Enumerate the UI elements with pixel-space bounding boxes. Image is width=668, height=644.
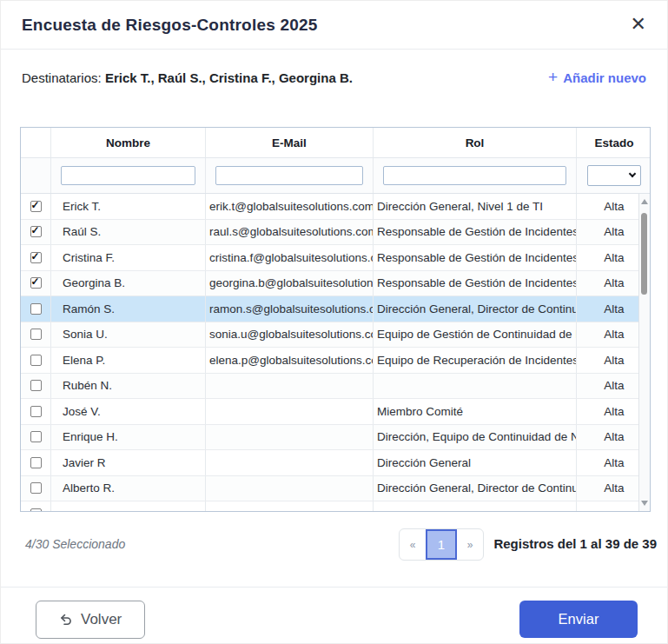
header-divider [1, 49, 667, 50]
filter-estado-cell [577, 158, 651, 193]
row-checkbox[interactable] [30, 226, 42, 237]
row-checkbox[interactable] [30, 406, 42, 417]
header-email: E-Mail [206, 128, 374, 157]
table-scrollbar[interactable] [638, 194, 650, 511]
row-checkbox-cell [21, 220, 51, 245]
scroll-up-icon[interactable] [641, 199, 648, 204]
row-checkbox[interactable] [30, 329, 42, 340]
cell-email [206, 450, 374, 475]
footer-divider [1, 587, 667, 588]
add-new-button[interactable]: + Añadir nuevo [548, 70, 646, 85]
cell-email [206, 425, 374, 450]
cell-rol: Dirección General [374, 450, 577, 475]
row-checkbox[interactable] [30, 482, 42, 494]
row-checkbox-cell [21, 296, 51, 322]
cell-email [206, 476, 374, 501]
recipients-label: Destinatarios: [22, 70, 102, 85]
cell-rol: Responsable de Gestión de Incidentes [374, 245, 577, 270]
cell-email: raul.s@globalsuitesolutions.com [206, 220, 374, 245]
cell-nombre: Georgina B. [51, 271, 206, 296]
back-button[interactable]: Volver [36, 601, 145, 639]
close-icon[interactable]: ✕ [627, 11, 650, 37]
scrollbar-thumb[interactable] [641, 213, 647, 295]
row-checkbox-cell [21, 245, 51, 270]
table-row[interactable]: Cristina F.cristina.f@globalsuitesolutio… [21, 245, 650, 271]
cell-rol: Equipo de Recuperación de Incidentes [374, 348, 577, 373]
pagination-prev-button[interactable]: « [400, 529, 426, 560]
cell-nombre: Raúl S. [51, 220, 206, 245]
table-row[interactable]: Elena P.elena.p@globalsuitesolutions.com… [21, 348, 650, 374]
row-checkbox[interactable] [30, 457, 42, 468]
filter-nombre-cell [51, 158, 206, 193]
header-checkbox-cell [21, 128, 51, 157]
selected-count: 4/30 Seleccionado [25, 537, 125, 551]
table-row[interactable]: Georgina B.georgina.b@globalsuitesolutio… [21, 271, 650, 297]
rol-filter-input[interactable] [383, 166, 566, 185]
table-row[interactable]: Javier RDirección GeneralAlta [21, 450, 650, 476]
cell-email: sonia.u@globalsuitesolutions.com [206, 322, 374, 348]
row-checkbox-cell [21, 271, 51, 296]
row-checkbox[interactable] [30, 201, 42, 212]
back-button-label: Volver [81, 611, 122, 628]
row-checkbox-cell [21, 194, 51, 219]
cell-rol [374, 501, 577, 511]
pagination: « 1 » [399, 528, 484, 561]
row-checkbox-cell [21, 322, 51, 348]
nombre-filter-input[interactable] [61, 166, 195, 185]
row-checkbox[interactable] [30, 252, 42, 263]
cell-nombre: Sonia U. [51, 322, 206, 348]
cell-nombre: Javier R [51, 450, 206, 475]
cell-email [206, 501, 374, 511]
undo-arrow-icon [59, 613, 73, 627]
table-row[interactable]: Ramón S.ramon.s@globalsuitesolutions.com… [21, 296, 650, 322]
row-checkbox[interactable] [30, 355, 42, 366]
header-rol: Rol [374, 128, 577, 157]
send-button[interactable]: Enviar [519, 601, 638, 638]
row-checkbox[interactable] [30, 508, 42, 511]
cell-nombre: Ramón S. [51, 296, 206, 322]
cell-nombre: José V. [51, 399, 206, 424]
survey-recipients-modal: Encuesta de Riesgos-Controles 2025 ✕ Des… [0, 0, 668, 644]
table-header-row: Nombre E-Mail Rol Estado [21, 128, 650, 157]
header-estado: Estado [577, 128, 651, 157]
row-checkbox[interactable] [30, 277, 42, 289]
filter-email-cell [206, 158, 374, 193]
table-row[interactable] [21, 501, 650, 511]
cell-rol: Equipo de Gestión de Continuidad de Nego… [374, 322, 577, 348]
row-checkbox-cell [21, 501, 51, 511]
scroll-down-icon[interactable] [641, 501, 648, 506]
estado-filter-select[interactable] [587, 165, 641, 186]
cell-nombre: Alberto R. [51, 476, 206, 501]
email-filter-input[interactable] [215, 166, 363, 185]
table-row[interactable]: Erick T.erik.t@globalsuitesolutions.comD… [21, 194, 650, 220]
table-rows-host: Erick T.erik.t@globalsuitesolutions.comD… [21, 194, 650, 511]
table-row[interactable]: Alberto R.Dirección General, Director de… [21, 476, 650, 502]
cell-email: ramon.s@globalsuitesolutions.com [206, 296, 374, 322]
filter-checkbox-cell [21, 158, 51, 193]
pagination-current-page[interactable]: 1 [426, 529, 457, 560]
cell-email [206, 374, 374, 399]
cell-rol [374, 374, 577, 399]
table-row[interactable]: Sonia U.sonia.u@globalsuitesolutions.com… [21, 322, 650, 349]
cell-email: elena.p@globalsuitesolutions.com [206, 348, 374, 373]
row-checkbox[interactable] [30, 431, 42, 442]
cell-rol: Dirección, Equipo de Continuidad de Nego… [374, 425, 577, 450]
table-row[interactable]: Raúl S.raul.s@globalsuitesolutions.comRe… [21, 220, 650, 246]
row-checkbox-cell [21, 425, 51, 450]
cell-nombre [51, 501, 206, 511]
table-row[interactable]: Enrique H.Dirección, Equipo de Continuid… [21, 425, 650, 451]
row-checkbox-cell [21, 348, 51, 373]
cell-email [206, 399, 374, 424]
cell-email: georgina.b@globalsuitesolutions.com [206, 271, 374, 296]
cell-rol: Miembro Comité [374, 399, 577, 424]
cell-nombre: Cristina F. [51, 245, 206, 270]
table-row[interactable]: Rubén N.Alta [21, 374, 650, 400]
row-checkbox[interactable] [30, 380, 42, 391]
estado-filter-wrap [587, 165, 641, 186]
cell-rol: Dirección General, Director de Continuid… [374, 296, 577, 322]
recipients-names: Erick T., Raúl S., Cristina F., Georgina… [105, 70, 353, 85]
cell-email: cristina.f@globalsuitesolutions.com [206, 245, 374, 270]
row-checkbox[interactable] [30, 303, 42, 315]
pagination-next-button[interactable]: » [457, 529, 483, 560]
table-row[interactable]: José V.Miembro ComitéAlta [21, 399, 650, 425]
